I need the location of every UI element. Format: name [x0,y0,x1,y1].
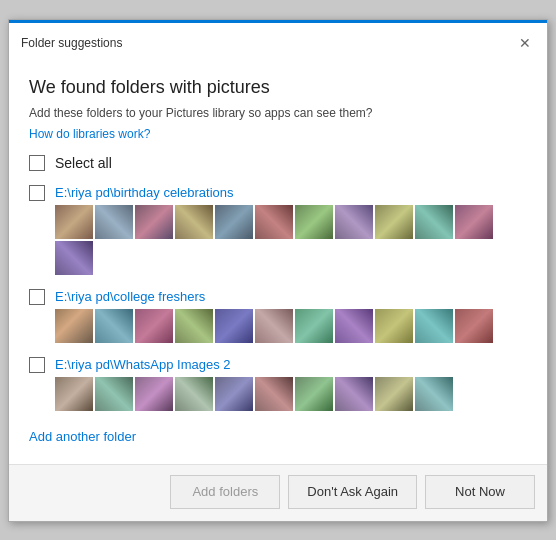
thumb-b10 [415,309,453,343]
thumb-7 [295,205,333,239]
thumb-c10 [415,377,453,411]
sub-text: Add these folders to your Pictures libra… [29,106,527,120]
thumb-2 [95,205,133,239]
folder-item-birthday: E:\riya pd\birthday celebrations [29,185,521,275]
folder-item-college: E:\riya pd\college freshers [29,289,521,343]
folder-checkbox-college[interactable] [29,289,45,305]
dialog-title: Folder suggestions [21,36,122,50]
thumbnails-college [55,309,521,343]
thumb-c2 [95,377,133,411]
folder-row-whatsapp: E:\riya pd\WhatsApp Images 2 [29,357,521,373]
thumb-c7 [295,377,333,411]
thumb-1 [55,205,93,239]
thumb-c9 [375,377,413,411]
close-button[interactable]: ✕ [513,31,537,55]
thumbnails-whatsapp [55,377,521,411]
thumb-b4 [175,309,213,343]
dialog-content: We found folders with pictures Add these… [9,61,547,464]
folder-list-scroll: Select all E:\riya pd\birthday celebrati… [29,155,527,454]
select-all-label: Select all [55,155,112,171]
thumb-12 [55,241,93,275]
thumb-b8 [335,309,373,343]
folder-checkbox-birthday[interactable] [29,185,45,201]
thumb-c8 [335,377,373,411]
thumb-6 [255,205,293,239]
thumb-5 [215,205,253,239]
add-folders-button[interactable]: Add folders [170,475,280,509]
folder-row-birthday: E:\riya pd\birthday celebrations [29,185,521,201]
thumb-10 [415,205,453,239]
library-help-link[interactable]: How do libraries work? [29,127,150,141]
thumb-b6 [255,309,293,343]
thumb-c5 [215,377,253,411]
select-all-row: Select all [29,155,521,171]
thumb-b1 [55,309,93,343]
folder-link-whatsapp[interactable]: E:\riya pd\WhatsApp Images 2 [55,357,231,372]
not-now-button[interactable]: Not Now [425,475,535,509]
folder-checkbox-whatsapp[interactable] [29,357,45,373]
title-bar: Folder suggestions ✕ [9,23,547,61]
folder-item-whatsapp: E:\riya pd\WhatsApp Images 2 [29,357,521,411]
dialog-footer: Add folders Don't Ask Again Not Now [9,464,547,521]
folder-suggestions-dialog: Folder suggestions ✕ We found folders wi… [8,19,548,522]
thumb-b2 [95,309,133,343]
thumb-3 [135,205,173,239]
thumb-c1 [55,377,93,411]
thumb-c4 [175,377,213,411]
thumb-b9 [375,309,413,343]
thumbnails-birthday [55,205,521,275]
thumb-4 [175,205,213,239]
folder-row-college: E:\riya pd\college freshers [29,289,521,305]
thumb-b5 [215,309,253,343]
thumb-b11 [455,309,493,343]
dont-ask-button[interactable]: Don't Ask Again [288,475,417,509]
add-folder-link[interactable]: Add another folder [29,429,136,444]
thumb-9 [375,205,413,239]
select-all-checkbox[interactable] [29,155,45,171]
thumb-b3 [135,309,173,343]
thumb-b7 [295,309,333,343]
thumb-c3 [135,377,173,411]
thumb-c6 [255,377,293,411]
thumb-11 [455,205,493,239]
folder-link-college[interactable]: E:\riya pd\college freshers [55,289,205,304]
thumb-8 [335,205,373,239]
main-heading: We found folders with pictures [29,77,527,98]
folder-link-birthday[interactable]: E:\riya pd\birthday celebrations [55,185,233,200]
